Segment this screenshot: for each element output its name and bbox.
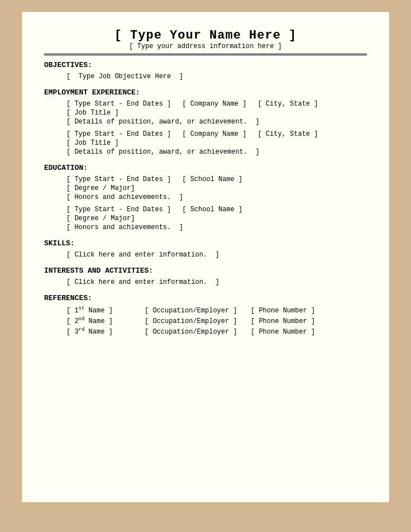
ref2-name[interactable]: [ 2nd Name ] [66,316,139,325]
references-title: REFERENCES: [44,294,367,302]
header-name[interactable]: [ Type Your Name Here ] [44,28,367,42]
ref1-occupation[interactable]: [ Occupation/Employer ] [145,307,245,315]
ref2-occupation[interactable]: [ Occupation/Employer ] [145,317,245,325]
emp2-jobtitle[interactable]: [ Job Title ] [66,139,367,147]
header-divider [44,54,367,55]
ref-row-2: [ 2nd Name ] [ Occupation/Employer ] [ P… [66,316,367,325]
education-entry-2: [ Type Start - End Dates ] [ School Name… [66,206,367,231]
education-section: EDUCATION: [ Type Start - End Dates ] [ … [44,164,367,231]
education-row-1: [ Type Start - End Dates ] [ School Name… [66,175,367,183]
interests-title: INTERESTS AND ACTIVITIES: [44,267,367,275]
references-section: REFERENCES: [ 1st Name ] [ Occupation/Em… [44,294,367,336]
emp2-company[interactable]: [ Company Name ] [182,130,246,138]
objectives-title: OBJECTIVES: [44,61,367,69]
skills-field[interactable]: [ Click here and enter information. ] [66,251,367,259]
emp1-dates[interactable]: [ Type Start - End Dates ] [66,100,171,108]
education-content: [ Type Start - End Dates ] [ School Name… [44,175,367,231]
ref-row-1: [ 1st Name ] [ Occupation/Employer ] [ P… [66,306,367,315]
emp1-company[interactable]: [ Company Name ] [182,100,246,108]
edu2-honors[interactable]: [ Honors and achievements. ] [66,224,367,231]
resume-page: [ Type Your Name Here ] [ Type your addr… [21,11,390,503]
emp1-jobtitle[interactable]: [ Job Title ] [66,109,367,117]
header: [ Type Your Name Here ] [ Type your addr… [44,28,367,50]
ref2-phone[interactable]: [ Phone Number ] [251,317,329,325]
interests-field[interactable]: [ Click here and enter information. ] [66,278,367,286]
ref1-name[interactable]: [ 1st Name ] [66,306,139,315]
employment-row-2: [ Type Start - End Dates ] [ Company Nam… [66,130,367,138]
education-row-2: [ Type Start - End Dates ] [ School Name… [66,206,367,213]
edu1-dates[interactable]: [ Type Start - End Dates ] [66,175,171,183]
interests-content: [ Click here and enter information. ] [44,278,367,286]
employment-entry-2: [ Type Start - End Dates ] [ Company Nam… [66,130,367,156]
references-content: [ 1st Name ] [ Occupation/Employer ] [ P… [44,306,367,336]
education-entry-1: [ Type Start - End Dates ] [ School Name… [66,175,367,201]
skills-title: SKILLS: [44,239,367,248]
emp1-city[interactable]: [ City, State ] [257,100,318,108]
employment-entry-1: [ Type Start - End Dates ] [ Company Nam… [66,100,367,126]
edu1-school[interactable]: [ School Name ] [182,175,242,183]
employment-section: EMPLOYMENT EXPERIENCE: [ Type Start - En… [44,88,367,156]
ref-row-3: [ 3rd Name ] [ Occupation/Employer ] [ P… [66,327,367,336]
interests-section: INTERESTS AND ACTIVITIES: [ Click here a… [44,267,367,286]
objectives-section: OBJECTIVES: [ Type Job Objective Here ] [44,61,367,80]
employment-title: EMPLOYMENT EXPERIENCE: [44,88,367,97]
objectives-field[interactable]: [ Type Job Objective Here ] [66,73,367,80]
edu2-school[interactable]: [ School Name ] [182,206,242,213]
ref3-name[interactable]: [ 3rd Name ] [66,327,139,336]
ref3-occupation[interactable]: [ Occupation/Employer ] [145,328,245,336]
emp2-dates[interactable]: [ Type Start - End Dates ] [66,130,171,138]
ref1-phone[interactable]: [ Phone Number ] [251,307,329,315]
ref3-phone[interactable]: [ Phone Number ] [251,328,329,336]
employment-row-1: [ Type Start - End Dates ] [ Company Nam… [66,100,367,108]
edu1-degree[interactable]: [ Degree / Major] [66,184,367,192]
emp2-city[interactable]: [ City, State ] [257,130,318,138]
employment-content: [ Type Start - End Dates ] [ Company Nam… [44,100,367,156]
edu2-dates[interactable]: [ Type Start - End Dates ] [66,206,171,213]
edu1-honors[interactable]: [ Honors and achievements. ] [66,193,367,201]
edu2-degree[interactable]: [ Degree / Major] [66,215,367,222]
emp1-details[interactable]: [ Details of position, award, or achieve… [66,118,367,126]
objectives-content: [ Type Job Objective Here ] [44,73,367,80]
skills-section: SKILLS: [ Click here and enter informati… [44,239,367,259]
emp2-details[interactable]: [ Details of position, award, or achieve… [66,148,367,156]
education-title: EDUCATION: [44,164,367,172]
skills-content: [ Click here and enter information. ] [44,251,367,259]
header-address[interactable]: [ Type your address information here ] [44,42,367,50]
